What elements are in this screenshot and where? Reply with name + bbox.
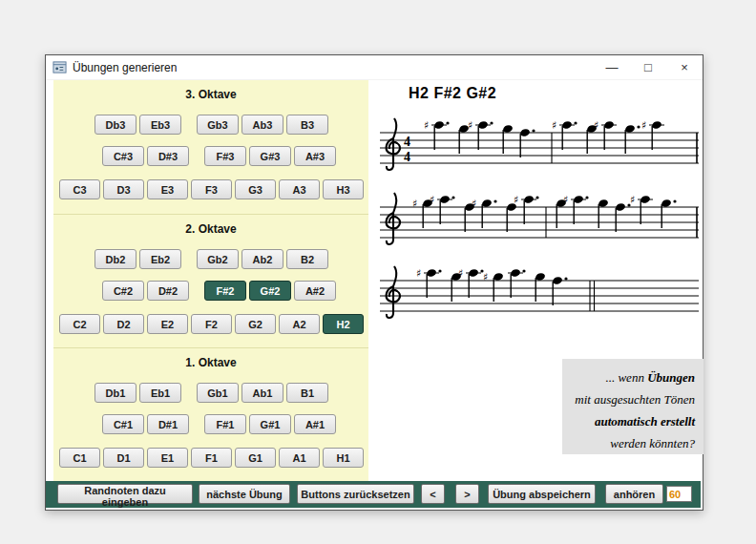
quote-line-3: automatisch erstellt [562,410,695,432]
info-quote: ... wenn Übungen mit ausgesuchten Tönen … [562,359,704,454]
note-button-e1[interactable]: E1 [147,448,188,468]
octave-3-sharps-row: C#3 D#3 F#3 G#3 A#3 [102,146,336,166]
note-button-d1[interactable]: D1 [103,448,144,468]
note-button-b1[interactable]: B1 [286,383,328,403]
note-button-gs3[interactable]: G#3 [249,146,291,166]
note-button-fs3[interactable]: F#3 [204,146,246,166]
svg-text:♯: ♯ [416,267,421,280]
note-button-ds3[interactable]: D#3 [147,146,189,166]
window-title: Übungen generieren [73,61,177,74]
staff-system-3: ♯ ♯ ♯ [378,258,701,332]
note-button-g3[interactable]: G3 [235,179,276,199]
octave-2-label: 2. Oktave [53,222,368,236]
note-button-a1[interactable]: A1 [279,448,320,468]
octave-3-naturals-row: C3 D3 E3 F3 G3 A3 H3 [59,179,364,199]
note-button-fs2[interactable]: F#2 [204,281,246,301]
note-button-b2[interactable]: B2 [286,249,328,269]
note-button-as2[interactable]: A#2 [294,281,336,301]
quote-line-1: ... wenn Übungen [562,366,695,388]
svg-text:♯: ♯ [563,194,568,206]
note-button-f1[interactable]: F1 [191,448,232,468]
prev-button[interactable]: < [421,484,445,504]
note-button-cs1[interactable]: C#1 [102,414,144,434]
note-button-h3[interactable]: H3 [323,179,364,199]
anhoeren-button[interactable]: anhören [605,484,663,504]
window-content: 3. Oktave Db3 Eb3 Gb3 Ab3 B3 C#3 D#3 F#3… [46,80,701,508]
time-signature-top: 4 [404,135,410,149]
octave-2-sharps-row: C#2 D#2 F#2 G#2 A#2 [102,281,336,301]
svg-text:♯: ♯ [424,119,429,132]
svg-text:♯: ♯ [641,119,646,132]
quote-line-4: werden könnten? [562,432,695,454]
note-button-db1[interactable]: Db1 [94,383,136,403]
octave-1-label: 1. Oktave [53,356,368,369]
note-button-as1[interactable]: A#1 [294,414,336,434]
note-button-db3[interactable]: Db3 [94,115,136,135]
note-button-c2[interactable]: C2 [59,314,100,334]
quote-line-2: mit ausgesuchten Tönen [562,388,695,410]
note-button-a3[interactable]: A3 [279,179,320,199]
staff-system-1: 4 4 ♯ ♯ ♯ ♯ ♯ [378,110,701,184]
close-icon[interactable]: × [666,55,703,79]
note-button-a2[interactable]: A2 [279,314,320,334]
note-button-h1[interactable]: H1 [323,448,364,468]
note-button-gb2[interactable]: Gb2 [197,249,239,269]
note-button-fs1[interactable]: F#1 [204,414,246,434]
app-icon [52,60,67,74]
octave-1-naturals-row: C1 D1 E1 F1 G1 A1 H1 [59,448,364,468]
note-button-ab1[interactable]: Ab1 [242,383,284,403]
note-button-ab2[interactable]: Ab2 [242,249,284,269]
note-button-ds2[interactable]: D#2 [147,281,189,301]
octave-3-label: 3. Oktave [53,88,368,101]
note-button-gs1[interactable]: G#1 [249,414,291,434]
note-button-c3[interactable]: C3 [59,179,100,199]
note-button-b3[interactable]: B3 [286,115,328,135]
staff-system-2: ♯ ♯ ♯ ♯ ♯ ♯ [378,184,701,259]
octave-3-flats-row: Db3 Eb3 Gb3 Ab3 B3 [94,115,328,135]
svg-text:♯: ♯ [472,198,476,210]
note-button-cs3[interactable]: C#3 [102,146,144,166]
note-button-ds1[interactable]: D#1 [147,414,189,434]
randnoten-eingeben-button[interactable]: Randnoten dazu eingeben [57,484,193,504]
octave-3-section: 3. Oktave Db3 Eb3 Gb3 Ab3 B3 C#3 D#3 F#3… [53,80,368,214]
buttons-zuruecksetzen-button[interactable]: Buttons zurücksetzen [297,484,414,504]
note-button-d2[interactable]: D2 [103,314,144,334]
note-button-g1[interactable]: G1 [235,448,276,468]
note-button-ab3[interactable]: Ab3 [242,115,284,135]
note-button-eb2[interactable]: Eb2 [139,249,181,269]
svg-text:♯: ♯ [594,119,598,132]
titlebar: Übungen generieren — □ × [46,55,703,80]
note-button-f3[interactable]: F3 [191,179,232,199]
time-signature-bottom: 4 [404,150,410,164]
note-button-db2[interactable]: Db2 [94,249,136,269]
octave-1-flats-row: Db1 Eb1 Gb1 Ab1 B1 [94,383,328,403]
minimize-icon[interactable]: — [594,55,630,79]
note-button-h2[interactable]: H2 [323,314,364,334]
note-button-f2[interactable]: F2 [191,314,232,334]
uebung-abspeichern-button[interactable]: Übung abspeichern [488,484,596,504]
note-button-e3[interactable]: E3 [147,179,188,199]
tempo-input[interactable] [666,486,692,502]
naechste-uebung-button[interactable]: nächste Übung [199,484,290,504]
note-selection-panel: 3. Oktave Db3 Eb3 Gb3 Ab3 B3 C#3 D#3 F#3… [53,80,368,481]
note-button-cs2[interactable]: C#2 [102,281,144,301]
note-button-eb3[interactable]: Eb3 [139,115,181,135]
note-button-gb1[interactable]: Gb1 [197,383,239,403]
note-button-c1[interactable]: C1 [59,448,100,468]
octave-1-section: 1. Oktave Db1 Eb1 Gb1 Ab1 B1 C#1 D#1 F#1… [53,347,368,481]
octave-2-naturals-row: C2 D2 E2 F2 G2 A2 H2 [59,314,364,334]
note-button-g2[interactable]: G2 [235,314,276,334]
next-button[interactable]: > [455,484,479,504]
note-button-gb3[interactable]: Gb3 [197,115,239,135]
note-button-d3[interactable]: D3 [103,179,144,199]
note-button-gs2[interactable]: G#2 [249,281,291,301]
octave-1-sharps-row: C#1 D#1 F#1 G#1 A#1 [102,414,336,434]
note-button-as3[interactable]: A#3 [294,146,336,166]
maximize-icon[interactable]: □ [630,55,666,79]
svg-text:♯: ♯ [552,119,556,132]
svg-text:♯: ♯ [458,267,463,280]
note-button-e2[interactable]: E2 [147,314,188,334]
note-button-eb1[interactable]: Eb1 [139,383,181,403]
svg-text:♯: ♯ [430,194,434,206]
svg-text:♯: ♯ [483,271,488,283]
